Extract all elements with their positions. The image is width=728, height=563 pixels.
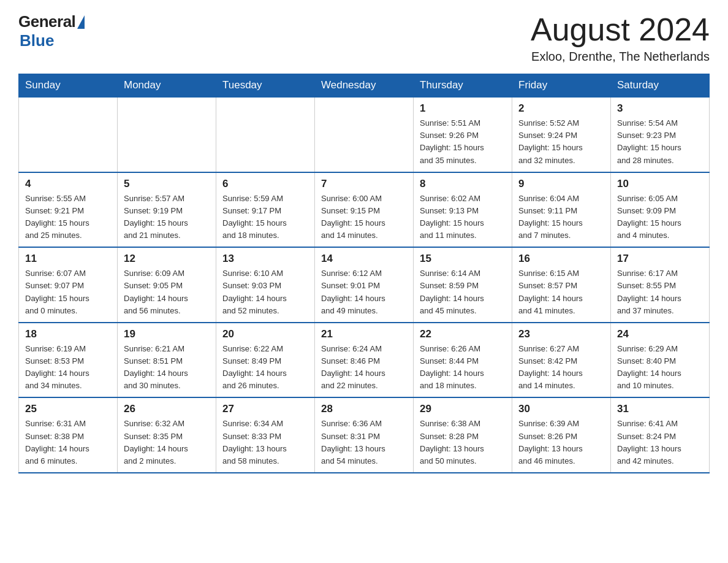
calendar-cell: 19Sunrise: 6:21 AMSunset: 8:51 PMDayligh…: [118, 323, 216, 398]
calendar-week-4: 18Sunrise: 6:19 AMSunset: 8:53 PMDayligh…: [19, 323, 710, 398]
calendar-cell: 2Sunrise: 5:52 AMSunset: 9:24 PMDaylight…: [512, 97, 611, 172]
day-number: 27: [222, 403, 308, 415]
calendar-cell: 30Sunrise: 6:39 AMSunset: 8:26 PMDayligh…: [512, 397, 611, 473]
calendar-header-thursday: Thursday: [414, 74, 512, 98]
calendar-cell: 27Sunrise: 6:34 AMSunset: 8:33 PMDayligh…: [216, 397, 315, 473]
logo-triangle-icon: [77, 15, 85, 29]
calendar-header-saturday: Saturday: [611, 74, 710, 98]
calendar-header-tuesday: Tuesday: [216, 74, 315, 98]
calendar-cell: 29Sunrise: 6:38 AMSunset: 8:28 PMDayligh…: [414, 397, 512, 473]
day-number: 30: [518, 403, 604, 415]
day-number: 29: [420, 403, 506, 415]
calendar-cell: 7Sunrise: 6:00 AMSunset: 9:15 PMDaylight…: [315, 172, 414, 248]
calendar-header-row: SundayMondayTuesdayWednesdayThursdayFrid…: [19, 74, 710, 98]
sun-info: Sunrise: 6:38 AMSunset: 8:28 PMDaylight:…: [420, 418, 506, 467]
calendar-week-3: 11Sunrise: 6:07 AMSunset: 9:07 PMDayligh…: [19, 247, 710, 323]
day-number: 17: [617, 253, 703, 265]
calendar-cell: 22Sunrise: 6:26 AMSunset: 8:44 PMDayligh…: [414, 323, 512, 398]
day-number: 11: [25, 253, 111, 265]
location-title: Exloo, Drenthe, The Netherlands: [531, 50, 710, 64]
day-number: 22: [420, 328, 506, 340]
sun-info: Sunrise: 6:05 AMSunset: 9:09 PMDaylight:…: [617, 193, 703, 242]
calendar-cell: 25Sunrise: 6:31 AMSunset: 8:38 PMDayligh…: [19, 397, 118, 473]
sun-info: Sunrise: 5:51 AMSunset: 9:26 PMDaylight:…: [420, 117, 506, 167]
calendar-cell: [118, 97, 216, 172]
sun-info: Sunrise: 6:10 AMSunset: 9:03 PMDaylight:…: [222, 267, 308, 317]
sun-info: Sunrise: 5:54 AMSunset: 9:23 PMDaylight:…: [617, 117, 703, 167]
title-area: August 2024 Exloo, Drenthe, The Netherla…: [531, 12, 710, 64]
calendar-cell: [216, 97, 315, 172]
sun-info: Sunrise: 5:52 AMSunset: 9:24 PMDaylight:…: [518, 117, 604, 167]
sun-info: Sunrise: 6:41 AMSunset: 8:24 PMDaylight:…: [617, 418, 703, 467]
calendar-cell: 10Sunrise: 6:05 AMSunset: 9:09 PMDayligh…: [611, 172, 710, 248]
calendar-table: SundayMondayTuesdayWednesdayThursdayFrid…: [18, 74, 710, 473]
sun-info: Sunrise: 6:19 AMSunset: 8:53 PMDaylight:…: [25, 343, 111, 393]
sun-info: Sunrise: 6:12 AMSunset: 9:01 PMDaylight:…: [321, 267, 407, 317]
calendar-cell: 20Sunrise: 6:22 AMSunset: 8:49 PMDayligh…: [216, 323, 315, 398]
day-number: 28: [321, 403, 407, 415]
day-number: 24: [617, 328, 703, 340]
sun-info: Sunrise: 6:15 AMSunset: 8:57 PMDaylight:…: [518, 267, 604, 317]
calendar-header-wednesday: Wednesday: [315, 74, 414, 98]
day-number: 14: [321, 253, 407, 265]
day-number: 3: [617, 102, 703, 115]
logo: General Blue: [18, 12, 85, 50]
calendar-cell: 21Sunrise: 6:24 AMSunset: 8:46 PMDayligh…: [315, 323, 414, 398]
sun-info: Sunrise: 6:29 AMSunset: 8:40 PMDaylight:…: [617, 343, 703, 393]
sun-info: Sunrise: 5:59 AMSunset: 9:17 PMDaylight:…: [222, 193, 308, 242]
calendar-cell: 15Sunrise: 6:14 AMSunset: 8:59 PMDayligh…: [414, 247, 512, 323]
calendar-cell: 8Sunrise: 6:02 AMSunset: 9:13 PMDaylight…: [414, 172, 512, 248]
day-number: 9: [518, 178, 604, 190]
day-number: 25: [25, 403, 111, 415]
sun-info: Sunrise: 6:32 AMSunset: 8:35 PMDaylight:…: [124, 418, 210, 467]
sun-info: Sunrise: 6:31 AMSunset: 8:38 PMDaylight:…: [25, 418, 111, 467]
calendar-header-sunday: Sunday: [19, 74, 118, 98]
calendar-cell: 13Sunrise: 6:10 AMSunset: 9:03 PMDayligh…: [216, 247, 315, 323]
day-number: 13: [222, 253, 308, 265]
calendar-header-monday: Monday: [118, 74, 216, 98]
sun-info: Sunrise: 6:07 AMSunset: 9:07 PMDaylight:…: [25, 267, 111, 317]
day-number: 31: [617, 403, 703, 415]
calendar-cell: 4Sunrise: 5:55 AMSunset: 9:21 PMDaylight…: [19, 172, 118, 248]
sun-info: Sunrise: 6:04 AMSunset: 9:11 PMDaylight:…: [518, 193, 604, 242]
sun-info: Sunrise: 6:14 AMSunset: 8:59 PMDaylight:…: [420, 267, 506, 317]
month-title: August 2024: [531, 12, 710, 47]
day-number: 12: [124, 253, 210, 265]
sun-info: Sunrise: 6:26 AMSunset: 8:44 PMDaylight:…: [420, 343, 506, 393]
calendar-cell: 1Sunrise: 5:51 AMSunset: 9:26 PMDaylight…: [414, 97, 512, 172]
calendar-week-2: 4Sunrise: 5:55 AMSunset: 9:21 PMDaylight…: [19, 172, 710, 248]
day-number: 7: [321, 178, 407, 190]
calendar-cell: 28Sunrise: 6:36 AMSunset: 8:31 PMDayligh…: [315, 397, 414, 473]
day-number: 1: [420, 102, 506, 115]
day-number: 21: [321, 328, 407, 340]
sun-info: Sunrise: 5:55 AMSunset: 9:21 PMDaylight:…: [25, 193, 111, 242]
calendar-cell: 26Sunrise: 6:32 AMSunset: 8:35 PMDayligh…: [118, 397, 216, 473]
calendar-cell: [19, 97, 118, 172]
day-number: 19: [124, 328, 210, 340]
sun-info: Sunrise: 6:34 AMSunset: 8:33 PMDaylight:…: [222, 418, 308, 467]
day-number: 4: [25, 178, 111, 190]
sun-info: Sunrise: 6:24 AMSunset: 8:46 PMDaylight:…: [321, 343, 407, 393]
calendar-cell: 3Sunrise: 5:54 AMSunset: 9:23 PMDaylight…: [611, 97, 710, 172]
calendar-header-friday: Friday: [512, 74, 611, 98]
sun-info: Sunrise: 6:21 AMSunset: 8:51 PMDaylight:…: [124, 343, 210, 393]
day-number: 15: [420, 253, 506, 265]
sun-info: Sunrise: 6:22 AMSunset: 8:49 PMDaylight:…: [222, 343, 308, 393]
day-number: 6: [222, 178, 308, 190]
day-number: 5: [124, 178, 210, 190]
sun-info: Sunrise: 6:17 AMSunset: 8:55 PMDaylight:…: [617, 267, 703, 317]
calendar-cell: [315, 97, 414, 172]
calendar-cell: 9Sunrise: 6:04 AMSunset: 9:11 PMDaylight…: [512, 172, 611, 248]
sun-info: Sunrise: 6:36 AMSunset: 8:31 PMDaylight:…: [321, 418, 407, 467]
calendar-cell: 16Sunrise: 6:15 AMSunset: 8:57 PMDayligh…: [512, 247, 611, 323]
page-header: General Blue August 2024 Exloo, Drenthe,…: [18, 12, 710, 64]
sun-info: Sunrise: 6:27 AMSunset: 8:42 PMDaylight:…: [518, 343, 604, 393]
day-number: 26: [124, 403, 210, 415]
day-number: 18: [25, 328, 111, 340]
logo-blue-text: Blue: [20, 31, 54, 50]
calendar-cell: 17Sunrise: 6:17 AMSunset: 8:55 PMDayligh…: [611, 247, 710, 323]
logo-general-text: General: [18, 12, 75, 31]
day-number: 20: [222, 328, 308, 340]
day-number: 10: [617, 178, 703, 190]
calendar-week-5: 25Sunrise: 6:31 AMSunset: 8:38 PMDayligh…: [19, 397, 710, 473]
